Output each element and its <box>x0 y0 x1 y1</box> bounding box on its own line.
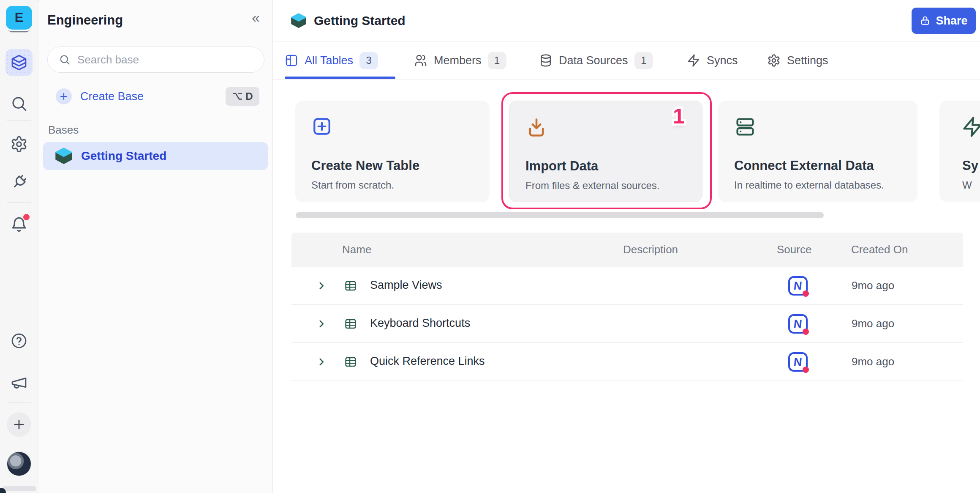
import-data-card[interactable]: Import Data From files & external source… <box>509 101 702 202</box>
members-icon <box>414 54 427 67</box>
collapse-sidebar-icon[interactable]: « <box>252 10 260 25</box>
tab-data-sources[interactable]: Data Sources 1 <box>539 41 653 79</box>
page-title: Getting Started <box>314 14 406 28</box>
rail-item-help[interactable] <box>11 332 27 349</box>
created-on: 9mo ago <box>852 279 894 292</box>
search-icon <box>10 95 28 112</box>
rail-item-integrations[interactable] <box>10 173 28 191</box>
sidebar: Engineering « Create Base D Bases <box>39 0 273 493</box>
create-base-button[interactable]: Create Base D <box>47 85 264 107</box>
bell-wrap <box>10 216 28 233</box>
base-stack-icon <box>10 54 28 71</box>
table-row[interactable]: Keyboard Shortcuts N 9mo ago <box>291 305 963 343</box>
rail-item-add[interactable] <box>7 412 31 437</box>
source-letter: N <box>793 318 803 331</box>
table-row[interactable]: Sample Views N 9mo ago <box>291 267 963 305</box>
source-dot <box>803 367 809 373</box>
chevron-right-icon[interactable] <box>316 318 327 329</box>
bolt-icon <box>687 54 700 67</box>
workspace-logo[interactable]: E <box>6 6 32 30</box>
table-icon <box>285 54 298 67</box>
card-title: Sy <box>962 158 978 173</box>
plus-icon <box>59 91 69 101</box>
rail-item-search[interactable] <box>10 95 28 112</box>
tab-all-tables[interactable]: All Tables 3 <box>285 41 378 79</box>
base-label: Getting Started <box>81 149 166 163</box>
source-dot <box>803 329 809 335</box>
table-name: Sample Views <box>370 279 442 292</box>
nocodb-source-icon: N <box>788 276 808 296</box>
rail-item-bases[interactable] <box>5 49 33 76</box>
tab-settings[interactable]: Settings <box>767 41 828 79</box>
tab-members[interactable]: Members 1 <box>414 41 506 79</box>
icon-rail: E <box>0 0 38 493</box>
tab-count-badge: 1 <box>488 52 506 69</box>
table-name: Quick Reference Links <box>370 355 485 368</box>
create-new-table-card[interactable]: Create New Table Start from scratch. <box>295 101 490 202</box>
app-window: E <box>0 0 980 493</box>
tab-label: Data Sources <box>559 54 628 67</box>
bases-section-label: Bases <box>48 123 79 137</box>
server-stack-icon <box>734 116 756 138</box>
card-subtitle: W <box>962 179 972 191</box>
download-tray-icon <box>525 116 547 138</box>
nocodb-source-icon: N <box>788 352 808 372</box>
tab-count-badge: 1 <box>634 52 653 69</box>
created-on: 9mo ago <box>852 355 894 368</box>
connect-external-data-card[interactable]: Connect External Data In realtime to ext… <box>718 101 917 202</box>
rail-item-announcements[interactable] <box>10 374 28 392</box>
tab-syncs[interactable]: Syncs <box>687 41 738 79</box>
card-subtitle: In realtime to external databases. <box>734 179 884 191</box>
column-header-name: Name <box>342 233 371 267</box>
source-letter: N <box>793 279 803 293</box>
share-button[interactable]: Share <box>912 8 976 34</box>
card-title: Connect External Data <box>734 158 874 173</box>
source-letter: N <box>793 356 803 369</box>
sidebar-item-getting-started[interactable]: Getting Started <box>43 142 268 170</box>
created-on: 9mo ago <box>852 317 894 330</box>
tab-count-badge: 3 <box>359 52 378 69</box>
base-search-box[interactable] <box>47 47 264 73</box>
chevron-right-icon[interactable] <box>316 356 327 367</box>
megaphone-icon <box>10 374 28 392</box>
main-header: Getting Started Share <box>273 0 980 41</box>
cards-hscrollbar-thumb[interactable] <box>296 212 824 218</box>
rail-item-settings[interactable] <box>10 135 28 153</box>
tab-label: Syncs <box>707 54 738 67</box>
help-icon <box>11 332 27 349</box>
table-grid-icon <box>344 317 357 331</box>
workspace-initial: E <box>15 10 24 25</box>
table-grid-icon <box>344 355 357 369</box>
source-dot <box>803 290 809 297</box>
table-name: Keyboard Shortcuts <box>370 317 470 330</box>
gear-icon <box>767 54 781 67</box>
search-input[interactable] <box>77 53 238 66</box>
chevron-right-icon[interactable] <box>316 280 327 291</box>
column-header-source: Source <box>777 233 811 267</box>
create-base-label: Create Base <box>80 90 144 103</box>
card-subtitle: Start from scratch. <box>311 179 394 191</box>
card-subtitle: From files & external sources. <box>525 180 659 192</box>
option-key-icon <box>232 91 243 102</box>
square-plus-icon <box>311 116 332 137</box>
table-header-row: Name Description Source Created On <box>291 233 963 267</box>
share-label: Share <box>936 14 967 27</box>
column-header-description: Description <box>623 233 678 267</box>
keyboard-shortcut-badge: D <box>226 87 259 106</box>
search-icon <box>59 54 71 66</box>
lock-icon <box>920 15 931 26</box>
plus-icon <box>12 417 26 432</box>
tab-label: Members <box>434 54 482 67</box>
rail-divider <box>7 202 31 203</box>
card-title: Import Data <box>525 159 598 174</box>
plus-chip <box>56 88 72 104</box>
bolt-icon <box>961 116 980 138</box>
rail-item-notifications[interactable] <box>10 216 28 233</box>
sync-data-card[interactable]: Sy W <box>939 101 980 202</box>
tab-bar: All Tables 3 Members 1 Data Sources 1 Sy… <box>273 41 980 79</box>
user-avatar[interactable] <box>7 452 31 476</box>
shortcut-letter: D <box>245 90 253 102</box>
tab-label: Settings <box>787 54 828 67</box>
bottom-scrollbar-thumb[interactable] <box>3 486 36 491</box>
table-row[interactable]: Quick Reference Links N 9mo ago <box>291 343 963 381</box>
